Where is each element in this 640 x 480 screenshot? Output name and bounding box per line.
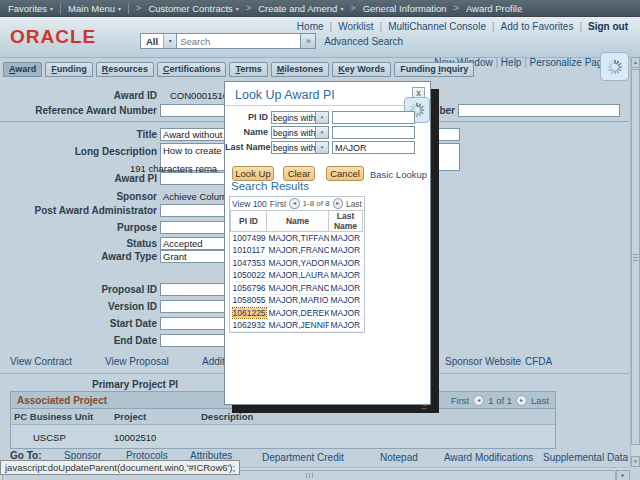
search-input[interactable] [177, 33, 301, 49]
goto-notepad-link[interactable]: Notepad [380, 452, 418, 463]
tab-milestones[interactable]: Milestones [271, 62, 330, 77]
sponsor-website-link[interactable]: Sponsor Website [445, 356, 521, 367]
next-page-icon[interactable]: ▸ [333, 198, 343, 209]
spinner-icon [606, 58, 624, 76]
nav-general-information[interactable]: General Information [363, 3, 447, 14]
multichannel-console-link[interactable]: MultiChannel Console [388, 21, 486, 32]
home-link[interactable]: Home [297, 21, 324, 32]
nav-favorites[interactable]: Favorites▾ [8, 3, 53, 14]
goto-supplemental-data-link[interactable]: Supplemental Data [543, 452, 628, 463]
result-pi-id-link[interactable]: 1062932 [233, 320, 266, 330]
result-pi-id-link[interactable]: 1058055 [233, 295, 266, 305]
first-link[interactable]: First [270, 199, 287, 209]
results-header-row: PI ID Name Last Name [231, 211, 363, 232]
result-pi-id-link[interactable]: 1047353 [233, 258, 266, 268]
pi-id-operator-select[interactable]: begins with [271, 111, 316, 124]
name-operator-select[interactable]: begins with [271, 126, 316, 139]
nav-general-information-label: General Information [363, 3, 447, 14]
result-last-name-link[interactable]: MAJOR [331, 295, 361, 305]
look-up-button[interactable]: Look Up [232, 166, 274, 181]
nav-award-profile[interactable]: Award Profile [466, 3, 522, 14]
tab-funding-inquiry[interactable]: Funding Inquiry [394, 62, 474, 77]
result-pi-id-link[interactable]: 1050022 [233, 270, 266, 280]
tab-key-words[interactable]: Key Words [332, 62, 391, 77]
pi-id-input[interactable] [332, 111, 415, 124]
last-link[interactable]: Last [531, 395, 549, 406]
search-scope-select[interactable]: All ▾ [140, 33, 177, 49]
result-pi-id-link[interactable]: 1010117 [233, 245, 265, 255]
cancel-button[interactable]: Cancel [326, 166, 364, 181]
advanced-search-link[interactable]: Advanced Search [324, 36, 403, 47]
view-100-link[interactable]: View 100 [232, 199, 267, 209]
clear-button[interactable]: Clear [283, 166, 315, 181]
view-contract-link[interactable]: View Contract [10, 356, 72, 367]
result-name-link[interactable]: MAJOR,FRANCIS [269, 245, 329, 255]
tab-resources[interactable]: Resources [96, 62, 154, 77]
basic-lookup-link[interactable]: Basic Lookup [370, 169, 427, 180]
result-last-name-link[interactable]: MAJOR [331, 320, 361, 330]
previous-page-icon[interactable]: ◂ [289, 198, 299, 209]
vertical-scrollbar[interactable]: ▴ ▾ [630, 57, 640, 467]
goto-award-modifications-link[interactable]: Award Modifications [444, 452, 533, 463]
result-last-name-link[interactable]: MAJOR [331, 258, 361, 268]
scrollbar-grip [633, 257, 638, 258]
results-grid: View 100 First ◂ 1-8 of 8 ▸ Last PI ID N… [229, 196, 365, 333]
breadcrumb-separator: > [136, 3, 141, 13]
nav-customer-contracts[interactable]: Customer Contracts▾ [148, 3, 239, 14]
right-number-field[interactable] [458, 104, 620, 117]
last-name-input[interactable] [332, 141, 415, 154]
result-name-link[interactable]: MAJOR,TIFFANY [269, 233, 329, 243]
vertical-scrollbar-thumb[interactable] [631, 69, 640, 445]
chevron-down-icon[interactable]: ▾ [316, 111, 329, 124]
personalize-page-link[interactable]: Personalize Page [530, 57, 608, 68]
help-link[interactable]: Help [501, 57, 522, 68]
scroll-down-icon[interactable]: ▾ [631, 456, 640, 467]
chevron-down-icon[interactable]: ▾ [316, 141, 329, 154]
last-name-operator-select[interactable]: begins with [271, 141, 316, 154]
result-pi-id-link[interactable]: 1007499 [233, 233, 266, 243]
nav-main-menu[interactable]: Main Menu▾ [68, 3, 121, 14]
result-last-name-link[interactable]: MAJOR [331, 283, 361, 293]
tab-certifications[interactable]: Certifications [157, 62, 227, 77]
result-name-link[interactable]: MAJOR,LAURA [269, 270, 329, 280]
name-input[interactable] [332, 126, 415, 139]
result-pi-id-link-selected[interactable]: 1061225 [233, 308, 266, 318]
worklist-link[interactable]: Worklist [338, 21, 373, 32]
sign-out-link[interactable]: Sign out [588, 21, 628, 32]
search-go-button[interactable]: » [301, 33, 316, 49]
cfda-link[interactable]: CFDA [525, 356, 552, 367]
result-name-link[interactable]: MAJOR,JENNIFER [269, 320, 329, 330]
result-name-link[interactable]: MAJOR,MARION [269, 295, 329, 305]
goto-department-credit-link[interactable]: Department Credit [262, 452, 344, 463]
chevron-down-icon: ▾ [236, 5, 239, 12]
view-proposal-link[interactable]: View Proposal [105, 356, 169, 367]
first-link[interactable]: First [451, 395, 469, 406]
reference-award-number-label: Reference Award Number [7, 105, 157, 116]
tab-funding[interactable]: Funding [45, 62, 93, 77]
result-last-name-link[interactable]: MAJOR [331, 233, 361, 243]
chevron-down-icon[interactable]: ▾ [163, 34, 176, 48]
tab-award[interactable]: Award [3, 62, 42, 77]
result-last-name-link[interactable]: MAJOR [331, 270, 361, 280]
tab-terms[interactable]: Terms [229, 62, 267, 77]
resize-grip-icon[interactable]: .:: [421, 403, 427, 410]
result-pi-id-link[interactable]: 1056796 [233, 283, 266, 293]
cell-pc-business-unit: USCSP [33, 432, 66, 443]
scroll-up-icon[interactable]: ▴ [631, 57, 640, 68]
chevron-down-icon: ▾ [50, 5, 53, 12]
peoplesoft-window: Favorites▾ Main Menu▾ > Customer Contrac… [0, 0, 640, 480]
previous-page-icon[interactable]: ◂ [473, 395, 484, 406]
chevron-down-icon[interactable]: ▾ [316, 126, 329, 139]
result-name-link[interactable]: MAJOR,YADORA [269, 258, 329, 268]
scroll-right-icon[interactable]: ▸ [616, 470, 630, 480]
nav-create-and-amend[interactable]: Create and Amend▾ [258, 3, 343, 14]
result-name-link[interactable]: MAJOR,FRANCES [269, 283, 329, 293]
status-bar-url: javascript:doUpdateParent(document.win0,… [0, 460, 240, 475]
last-link[interactable]: Last [346, 199, 362, 209]
add-to-favorites-link[interactable]: Add to Favorites [501, 21, 574, 32]
nav-divider [128, 3, 129, 14]
next-page-icon[interactable]: ▸ [516, 395, 527, 406]
result-name-link[interactable]: MAJOR,DEREK [269, 308, 329, 318]
result-last-name-link[interactable]: MAJOR [331, 245, 361, 255]
result-last-name-link[interactable]: MAJOR [331, 308, 361, 318]
